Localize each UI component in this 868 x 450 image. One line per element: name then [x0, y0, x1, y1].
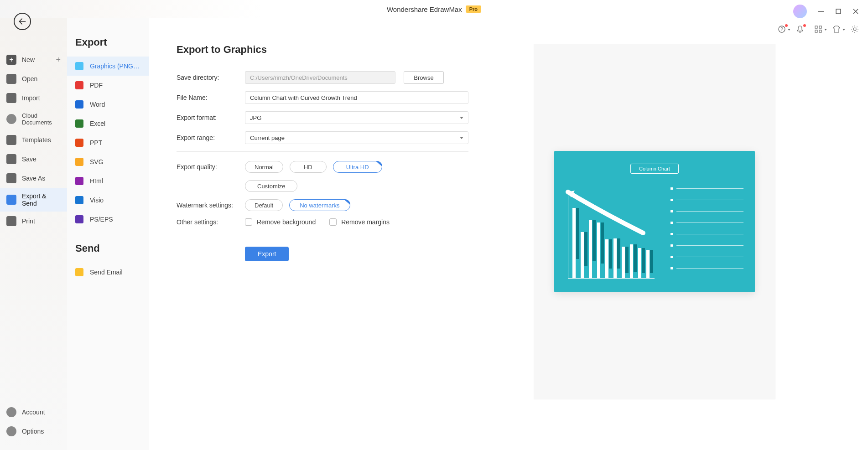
export-item-graphics[interactable]: Graphics (PNG, JPG et...	[67, 57, 149, 76]
help-menu[interactable]: ?	[778, 25, 786, 33]
share-menu[interactable]	[832, 25, 841, 33]
sidebar-item-label: Open	[22, 75, 37, 83]
sidebar-item-cloud[interactable]: Cloud Documents	[0, 108, 67, 130]
svg-point-8	[853, 28, 856, 31]
preview-column: Column Chart	[468, 44, 841, 424]
divider	[177, 151, 468, 152]
sidebar-item-label: Account	[22, 409, 45, 416]
visio-icon	[75, 196, 83, 204]
remove-margins-checkbox[interactable]: Remove margins	[329, 218, 390, 226]
user-avatar[interactable]	[793, 5, 807, 18]
export-item-visio[interactable]: Visio	[67, 191, 149, 210]
export-item-svg[interactable]: SVG	[67, 152, 149, 171]
sidebar-item-templates[interactable]: Templates	[0, 130, 67, 150]
excel-icon	[75, 119, 83, 128]
chart-body	[568, 192, 655, 279]
format-select[interactable]: JPG	[245, 111, 468, 124]
file-name-label: File Name:	[177, 94, 245, 101]
minimize-button[interactable]	[818, 8, 824, 15]
ppt-icon	[75, 139, 83, 147]
quality-normal-button[interactable]: Normal	[245, 161, 283, 173]
minimize-icon	[818, 8, 824, 15]
file-name-input[interactable]	[245, 91, 468, 104]
tshirt-icon	[832, 25, 841, 33]
trend-arrow-icon	[566, 190, 648, 244]
sidebar-item-label: Import	[22, 94, 40, 102]
gear-icon	[851, 25, 859, 33]
quality-hd-button[interactable]: HD	[290, 161, 327, 173]
print-icon	[6, 216, 16, 226]
export-item-label: Visio	[90, 197, 104, 204]
checkbox-label: Remove margins	[341, 218, 390, 226]
settings-button[interactable]	[851, 25, 859, 33]
send-header: Send	[67, 243, 149, 263]
grid-icon	[814, 25, 822, 33]
svg-rect-1	[836, 9, 841, 14]
sidebar-item-open[interactable]: Open	[0, 69, 67, 88]
sidebar-item-print[interactable]: Print	[0, 212, 67, 231]
export-item-excel[interactable]: Excel	[67, 114, 149, 133]
customize-button[interactable]: Customize	[245, 180, 297, 192]
export-item-label: PS/EPS	[90, 216, 113, 223]
export-item-ps[interactable]: PS/EPS	[67, 210, 149, 229]
help-icon: ?	[778, 25, 786, 33]
export-item-ppt[interactable]: PPT	[67, 133, 149, 152]
maximize-icon	[835, 8, 842, 15]
send-item-email[interactable]: Send Email	[67, 263, 149, 282]
close-button[interactable]	[852, 8, 859, 15]
svg-rect-7	[819, 30, 821, 32]
watermark-default-button[interactable]: Default	[245, 199, 283, 211]
sidebar-item-saveas[interactable]: Save As	[0, 169, 67, 188]
chart-title: Column Chart	[630, 164, 679, 174]
folder-icon	[6, 74, 16, 84]
watermark-none-button[interactable]: No watermarks	[289, 199, 350, 211]
svg-icon	[75, 158, 83, 166]
templates-icon	[6, 135, 16, 145]
sidebar-item-label: Options	[22, 428, 44, 435]
browse-button[interactable]: Browse	[404, 71, 444, 84]
sidebar-item-new[interactable]: + New +	[0, 50, 67, 69]
export-item-label: Graphics (PNG, JPG et...	[90, 62, 141, 70]
save-dir-input[interactable]	[245, 71, 395, 84]
export-button[interactable]: Export	[245, 247, 289, 261]
svg-rect-5	[819, 26, 821, 28]
toolbar-right: ?	[778, 25, 859, 33]
sidebar-item-label: Export & Send	[22, 192, 61, 207]
export-item-html[interactable]: Html	[67, 171, 149, 191]
back-button[interactable]	[14, 13, 31, 30]
save-icon	[6, 154, 16, 164]
export-item-word[interactable]: Word	[67, 95, 149, 114]
content-area: Export to Graphics Save directory: Brows…	[149, 18, 868, 450]
arrow-left-icon	[18, 17, 27, 26]
range-select[interactable]: Current page	[245, 131, 468, 144]
svg-rect-4	[815, 26, 817, 28]
notifications-button[interactable]	[796, 25, 804, 33]
titlebar: Wondershare EdrawMax Pro	[0, 0, 868, 18]
sidebar-secondary: Export Graphics (PNG, JPG et... PDF Word…	[67, 18, 149, 450]
pdf-icon	[75, 81, 83, 89]
sidebar-item-label: Print	[22, 217, 35, 225]
plus-square-icon: +	[6, 55, 16, 65]
export-item-label: Word	[90, 101, 105, 108]
remove-bg-checkbox[interactable]: Remove background	[245, 218, 316, 226]
quality-ultrahd-button[interactable]: Ultra HD	[333, 161, 382, 173]
format-label: Export format:	[177, 114, 245, 121]
checkbox-icon	[329, 218, 337, 226]
apps-menu[interactable]	[814, 25, 822, 33]
sidebar-item-label: Save	[22, 155, 36, 163]
sidebar-item-save[interactable]: Save	[0, 150, 67, 169]
maximize-button[interactable]	[835, 8, 842, 15]
export-item-pdf[interactable]: PDF	[67, 76, 149, 95]
preview-frame: Column Chart	[534, 44, 775, 399]
sidebar-item-import[interactable]: Import	[0, 88, 67, 108]
gear-icon	[6, 426, 16, 436]
export-icon	[6, 195, 16, 205]
pro-badge: Pro	[466, 5, 481, 13]
sidebar-item-export-send[interactable]: Export & Send	[0, 188, 67, 212]
page-title: Export to Graphics	[177, 44, 468, 56]
ps-icon	[75, 215, 83, 223]
sidebar-item-account[interactable]: Account	[0, 403, 67, 422]
export-item-label: PPT	[90, 139, 102, 146]
user-icon	[6, 407, 16, 417]
sidebar-item-options[interactable]: Options	[0, 422, 67, 441]
